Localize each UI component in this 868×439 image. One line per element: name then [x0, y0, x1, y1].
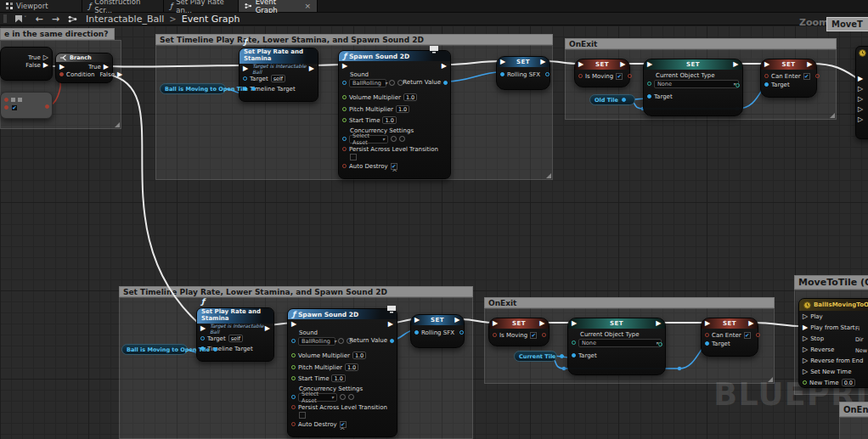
- exec-in-pin[interactable]: ▶: [572, 320, 578, 327]
- value-out-pin[interactable]: [736, 83, 740, 87]
- node-set-can-enter-bottom[interactable]: ▶ SET ▶ Can Enter ✔ Target: [701, 318, 758, 357]
- target-pin[interactable]: [200, 336, 205, 341]
- target-pin[interactable]: [705, 341, 709, 346]
- value-out-pin[interactable]: [545, 72, 550, 76]
- sound-asset-dropdown[interactable]: BallRolling ▾: [298, 337, 335, 346]
- auto-destroy-pin[interactable]: [342, 164, 347, 168]
- is-moving-pin[interactable]: [578, 74, 583, 78]
- concurrency-dropdown[interactable]: Select Asset ▾: [298, 393, 337, 402]
- exec-out-pin[interactable]: ▶: [807, 61, 813, 68]
- exec-out-pin[interactable]: ▶: [733, 61, 739, 68]
- exec-out-pin[interactable]: ▶: [748, 320, 754, 327]
- start-time-pin[interactable]: [291, 376, 296, 380]
- breadcrumb-root[interactable]: Interactable_Ball: [86, 14, 164, 25]
- variable-out-pin[interactable]: [560, 354, 564, 358]
- forward-button[interactable]: →: [52, 14, 59, 24]
- persist-pin[interactable]: [291, 405, 296, 409]
- exec-in-pin[interactable]: ▷: [803, 346, 808, 353]
- pitch-pin[interactable]: [342, 107, 347, 111]
- return-value-pin[interactable]: [443, 81, 448, 85]
- checkbox[interactable]: ✔: [11, 104, 18, 111]
- value-out-pin[interactable]: [815, 74, 820, 78]
- is-moving-checkbox[interactable]: ✔: [616, 73, 623, 80]
- exec-in-pin[interactable]: ▶: [578, 61, 584, 68]
- exec-out-pin[interactable]: ▶: [442, 63, 447, 70]
- concurrency-dropdown[interactable]: Select Asset ▾: [349, 135, 388, 144]
- object-type-dropdown[interactable]: None ▾: [578, 339, 662, 347]
- resize-handle[interactable]: [768, 377, 773, 382]
- exec-out-pin[interactable]: ▶: [388, 321, 393, 328]
- variable-out-pin[interactable]: [251, 87, 256, 91]
- node-set-object-type-top[interactable]: ▶ SET ▶ Current Object Type None ▾ Targe…: [643, 59, 743, 116]
- exec-out-pin[interactable]: ▶: [454, 317, 460, 324]
- node-spawn-sound-bottom[interactable]: ƒ Spawn Sound 2D ▶ ▶ Sound BallRolling ▾: [287, 308, 397, 437]
- can-enter-pin[interactable]: [705, 333, 709, 337]
- exec-in-pin[interactable]: ▶: [705, 320, 711, 327]
- node-set-can-enter-top[interactable]: ▶ SET ▶ Can Enter ✔ Target: [760, 59, 817, 98]
- exec-in-pin[interactable]: ▷: [803, 357, 808, 364]
- resize-handle[interactable]: [830, 113, 835, 118]
- resize-handle[interactable]: [546, 173, 551, 178]
- tab-event-graph[interactable]: Event Graph ×: [239, 0, 318, 12]
- pitch-value-field[interactable]: 1.0: [396, 105, 409, 113]
- node-set-is-moving-bottom[interactable]: ▶ SET ▶ Is Moving ✔: [488, 318, 550, 346]
- use-asset-icon[interactable]: [338, 338, 344, 344]
- exec-in-pin[interactable]: ▶: [414, 317, 420, 324]
- node-set-rolling-sfx-top[interactable]: ▶ SET ▶ Rolling SFX: [496, 56, 550, 90]
- concurrency-pin[interactable]: [342, 137, 347, 141]
- target-pin[interactable]: [572, 353, 576, 357]
- can-enter-checkbox[interactable]: ✔: [803, 73, 810, 80]
- variable-ball-is-moving[interactable]: Ball is Moving to Open Tile: [160, 83, 226, 94]
- volume-value-field[interactable]: 1.0: [352, 352, 366, 359]
- bookmark-button[interactable]: ˅: [15, 15, 27, 23]
- use-asset-icon[interactable]: [340, 394, 346, 400]
- comment-title-set-timeline-top[interactable]: Set Timeline Play Rate, Lower Stamina, a…: [155, 34, 553, 45]
- browse-asset-icon[interactable]: [399, 136, 405, 142]
- exec-out-pin[interactable]: ▶: [117, 71, 122, 78]
- persist-pin[interactable]: [342, 147, 347, 151]
- exec-in-pin[interactable]: ▷: [858, 106, 863, 113]
- comment-title-movetotile[interactable]: MoveToTile (OpenS: [794, 275, 868, 290]
- volume-pin[interactable]: [342, 95, 347, 99]
- comment-title-same-direction[interactable]: e in the same direction?: [0, 28, 115, 40]
- exec-in-pin[interactable]: ▶: [342, 63, 347, 70]
- tab-set-play-rate[interactable]: ƒ Set Play Rate an...: [164, 0, 239, 12]
- rolling-sfx-pin[interactable]: [500, 72, 504, 76]
- comment-title-onenter[interactable]: OnEnt: [839, 402, 868, 417]
- target-value-field[interactable]: self: [228, 335, 243, 342]
- is-moving-checkbox[interactable]: ✔: [530, 332, 537, 339]
- exec-in-pin[interactable]: ▶: [59, 64, 65, 70]
- exec-out-pin[interactable]: ▶: [539, 320, 545, 327]
- sound-pin[interactable]: [342, 81, 347, 85]
- bool-pin[interactable]: [4, 98, 8, 102]
- comment-body-onenter[interactable]: [839, 417, 868, 439]
- exec-in-pin[interactable]: ▷: [803, 369, 808, 375]
- target-pin[interactable]: [647, 94, 651, 98]
- rolling-sfx-pin[interactable]: [414, 330, 419, 335]
- exec-in-pin[interactable]: ▶: [764, 61, 770, 68]
- exec-in-pin[interactable]: ▷: [858, 116, 863, 123]
- browse-asset-icon[interactable]: [348, 394, 354, 400]
- node-timeline-ball-moving[interactable]: BallIsMovingToOpenTile ▷ Play ▶ Play fro…: [798, 298, 868, 388]
- concurrency-pin[interactable]: [291, 395, 296, 399]
- new-time-pin[interactable]: [803, 380, 807, 385]
- bool-pin[interactable]: [4, 105, 8, 110]
- object-type-pin[interactable]: [647, 82, 651, 86]
- volume-value-field[interactable]: 1.0: [403, 93, 417, 101]
- exec-in-pin[interactable]: ▶: [803, 324, 808, 331]
- comment-title-onexit-top[interactable]: OnExit: [565, 38, 837, 49]
- new-time-value-field[interactable]: 0.0: [842, 379, 855, 386]
- exec-in-pin[interactable]: ▶: [291, 321, 296, 328]
- close-icon[interactable]: ×: [304, 3, 311, 10]
- target-value-field[interactable]: self: [271, 75, 285, 82]
- exec-out-pin[interactable]: ▶: [540, 59, 546, 65]
- back-button[interactable]: ←: [36, 14, 43, 24]
- exec-in-pin[interactable]: ▷: [803, 335, 808, 342]
- exec-out-pin[interactable]: ▶: [104, 64, 109, 70]
- node-clipped-compare[interactable]: ✔: [0, 92, 53, 119]
- object-type-pin[interactable]: [572, 341, 576, 345]
- persist-checkbox[interactable]: [350, 154, 357, 160]
- variable-current-tile[interactable]: Current Tile: [514, 351, 557, 362]
- exec-in-pin[interactable]: ▶: [858, 76, 863, 82]
- variable-ball-is-moving[interactable]: Ball is Moving to Open Tile: [121, 344, 188, 355]
